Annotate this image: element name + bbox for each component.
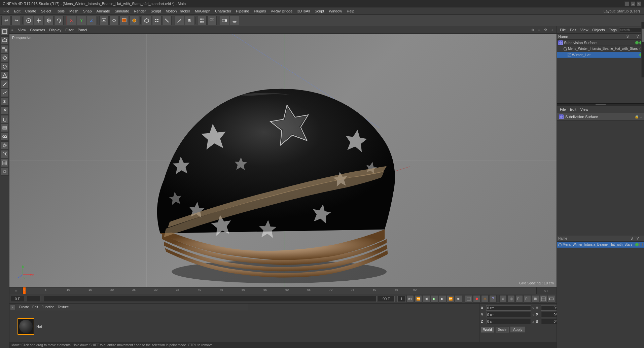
point-mode-button[interactable] [152,16,162,25]
transport-help[interactable]: ? [489,295,497,303]
transport-mode-6[interactable] [540,295,547,303]
tool-texture[interactable] [1,159,9,167]
menu-window[interactable]: Window [327,8,344,14]
mat-menu-function[interactable]: Function [40,305,56,309]
menu-sculpt[interactable]: Sculpt [149,8,163,14]
menu-edit[interactable]: Edit [12,8,23,14]
transport-go-end[interactable]: ⏭ [455,295,462,303]
interactive-render-button[interactable] [130,16,139,25]
mat-menu-edit[interactable]: Edit [31,305,39,309]
viewport-canvas[interactable]: Perspective [9,34,557,287]
coord-world-btn[interactable]: World [481,327,494,333]
y-axis-button[interactable]: Y [77,16,86,25]
coord-scale-btn[interactable]: Scale [496,327,509,333]
viewport-shading-button[interactable] [197,16,207,25]
viewport-icon-settings[interactable]: ⚙ [543,27,548,33]
tool-s-curve[interactable] [1,89,9,97]
tool-color-wheel[interactable] [1,168,9,176]
attr-dot-empty[interactable] [639,243,643,246]
rotate-tool-button[interactable] [54,16,64,25]
transport-mode-1[interactable]: ⊕ [499,295,507,303]
material-thumbnail[interactable] [17,318,34,335]
transport-next-key[interactable]: ⏩ [447,295,454,303]
tool-checkerboard[interactable] [1,45,9,53]
menu-vray[interactable]: V-Ray Bridge [269,8,295,14]
menu-pipeline[interactable]: Pipeline [234,8,251,14]
obj-item-subdivision[interactable]: Subdivision Surface [557,40,644,46]
viewport-menu-cameras[interactable]: Cameras [29,27,47,33]
viewport-icon-move[interactable]: ⊕ [530,27,535,33]
attr-expand-icon[interactable]: □ [640,115,642,118]
coord-z-field[interactable] [486,319,531,324]
objmgr-menu-objects[interactable]: Objects [591,27,606,33]
render-settings-button[interactable] [109,16,119,25]
menu-plugins[interactable]: Plugins [252,8,268,14]
objmgr-scrollbar-thumb[interactable] [642,29,644,42]
render-view-button[interactable] [99,16,109,25]
transport-next-frame[interactable]: ▶ [439,295,446,303]
menu-help[interactable]: Help [345,8,357,14]
coord-h-field[interactable] [541,305,558,311]
viewport-wireframe-button[interactable] [207,16,217,25]
tool-poly-mode[interactable] [1,36,9,44]
restore-button[interactable]: □ [631,1,635,6]
obj-dot-visible[interactable] [635,41,639,44]
undo-button[interactable]: ↩ [1,16,11,25]
floor-button[interactable] [230,16,239,25]
menu-script[interactable]: Script [313,8,326,14]
redo-button[interactable]: ↪ [11,16,21,25]
mat-menu-texture[interactable]: Texture [57,305,70,309]
menu-animate[interactable]: Animate [95,8,112,14]
menu-create[interactable]: Create [23,8,38,14]
attr-menu-view[interactable]: View [579,107,590,112]
viewport-menu-view[interactable]: View [16,27,28,33]
tool-magnet[interactable] [1,115,9,123]
viewport-menu-panel[interactable]: Panel [76,27,89,33]
menu-snap[interactable]: Snap [81,8,94,14]
menu-character[interactable]: Character [213,8,233,14]
attr-lock-icon[interactable]: 🔒 [635,115,639,118]
coord-p-field[interactable] [541,312,558,317]
tool-spline-wrap[interactable] [1,150,9,158]
menu-mesh[interactable]: Mesh [67,8,80,14]
viewport-icon-maximize[interactable]: □ [549,27,554,33]
frame-current-field[interactable] [27,296,40,302]
minimize-button[interactable]: ─ [624,1,629,6]
mat-menu-create[interactable]: Create [17,305,30,309]
frame-step-field[interactable] [397,296,406,302]
tool-subdivide[interactable] [1,54,9,62]
tool-triangle[interactable] [1,71,9,79]
timeline-track[interactable]: 0 5 10 15 20 25 30 35 40 45 50 55 60 65 … [23,287,536,294]
coord-x-field[interactable] [486,305,531,311]
frame-end-field[interactable] [378,296,395,302]
transport-go-start[interactable]: ⏮ [406,295,414,303]
scale-tool-button[interactable] [44,16,53,25]
transport-record[interactable]: ⏺ [473,295,480,303]
attr-dot-green[interactable] [635,243,639,246]
tool-morph[interactable] [1,133,9,141]
knife-tool-button[interactable] [175,16,184,25]
transport-play[interactable]: ▶ [431,295,438,303]
menu-mograph[interactable]: MoGraph [193,8,212,14]
transport-snap-toggle[interactable] [465,295,472,303]
tool-object-mode[interactable] [1,28,9,36]
obj-item-hat-group[interactable]: Mens_Winter_Intarsia_Beanie_Hat_with_Sta… [557,46,644,52]
edge-mode-button[interactable] [162,16,172,25]
x-axis-button[interactable]: X [67,16,76,25]
objmgr-menu-file[interactable]: File [558,27,568,33]
z-axis-button[interactable]: Z [87,16,96,25]
transport-mode-7[interactable] [548,295,555,303]
attr-menu-edit[interactable]: Edit [568,107,578,112]
camera-button[interactable] [220,16,229,25]
transport-mode-4[interactable]: P [524,295,531,303]
coord-apply-btn[interactable]: Apply [510,326,526,333]
timeline-scrub[interactable] [44,296,377,302]
menu-render[interactable]: Render [132,8,148,14]
transport-autokey[interactable]: ⚠ [481,295,489,303]
coord-b-field[interactable] [541,319,558,324]
close-button[interactable]: ✕ [637,1,641,6]
move-tool-button[interactable] [34,16,43,25]
transport-mode-5[interactable]: ⊞ [532,295,539,303]
render-queue-button[interactable] [119,16,129,25]
tool-line[interactable] [1,80,9,88]
